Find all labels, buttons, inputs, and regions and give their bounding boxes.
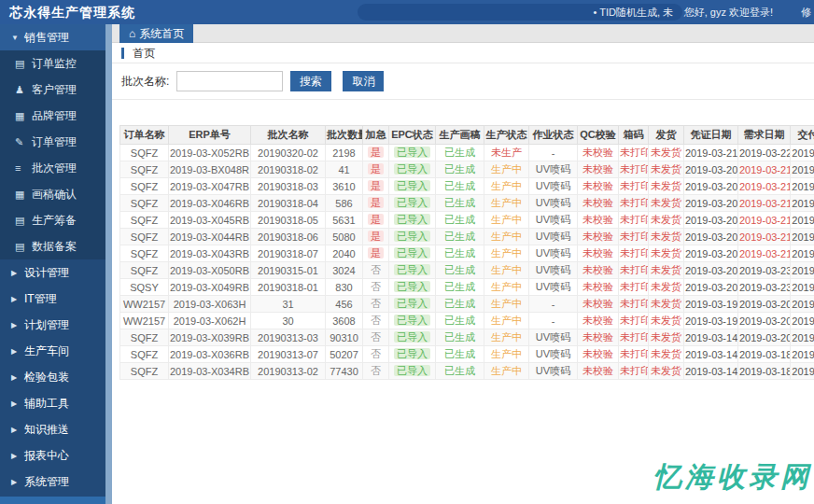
table-cell: 2019-03-21 <box>684 145 738 161</box>
table-row[interactable]: WW21572019-03-X062H303608否已导入已生成生产中-未校验未… <box>120 313 814 329</box>
table-cell: 已导入 <box>389 279 436 296</box>
table-cell: 生产中 <box>484 296 529 313</box>
status-badge: 已导入 <box>394 147 430 158</box>
table-cell: 生产中 <box>484 161 529 178</box>
table-cell: 2019-03-X052RB <box>169 145 251 161</box>
table-row[interactable]: SQFZ2019-03-X050RB20190315-013024否已导入已生成… <box>120 262 814 279</box>
sidebar-item-品牌管理[interactable]: ▦品牌管理 <box>0 103 105 129</box>
table-cell: 未校验 <box>578 245 619 262</box>
sidebar-group-生产车间[interactable]: ▶生产车间 <box>0 338 105 364</box>
search-button[interactable]: 搜索 <box>290 71 331 91</box>
sidebar-item-数据备案[interactable]: ▤数据备案 <box>0 233 105 259</box>
table-cell: 2019-03-21 <box>791 245 814 262</box>
sidebar-scrollbar[interactable] <box>105 24 112 504</box>
table-cell: 未发货 <box>649 161 684 178</box>
column-header: 订单名称 <box>120 126 169 145</box>
table-row[interactable]: SQFZ2019-03-X039RB20190313-0390310否已导入已生… <box>120 329 814 346</box>
sidebar-item-生产筹备[interactable]: ▤生产筹备 <box>0 207 105 233</box>
table-row[interactable]: SQFZ2019-03-X047RB20190318-033610是已导入已生成… <box>120 178 814 195</box>
sidebar-group-报表中心[interactable]: ▶报表中心 <box>0 442 105 469</box>
table-cell: 已生成 <box>436 296 484 313</box>
table-cell: 未发货 <box>649 145 684 161</box>
table-cell: 否 <box>363 363 389 380</box>
sidebar-group-label: 辅助工具 <box>24 397 69 410</box>
table-cell: 已导入 <box>389 262 436 279</box>
table-cell: 未发货 <box>649 329 684 346</box>
column-header: EPC状态 <box>389 126 436 145</box>
table-cell: 2019-03-20 <box>791 296 814 313</box>
sidebar-group-销售管理[interactable]: ▼销售管理 <box>0 24 105 50</box>
status-badge: 已导入 <box>394 331 430 343</box>
table-cell: 456 <box>326 296 363 313</box>
sidebar-item-订单监控[interactable]: ▤订单监控 <box>0 50 105 77</box>
table-cell: 2019-03-21 <box>738 212 791 229</box>
table-cell: 20190318-01 <box>251 279 326 296</box>
table-cell: 已导入 <box>389 313 436 329</box>
table-cell: 是 <box>363 229 389 245</box>
sidebar-group-设计管理[interactable]: ▶设计管理 <box>0 259 105 286</box>
table-cell: 2019-03-20 <box>684 279 738 296</box>
table-cell: 未发货 <box>649 212 684 229</box>
profile-link[interactable]: 修 <box>801 0 811 24</box>
table-cell: 未校验 <box>578 329 619 346</box>
batch-name-input[interactable] <box>176 71 283 91</box>
table-cell: 2019-03-20 <box>738 329 791 346</box>
table-cell: 20190320-02 <box>251 145 326 161</box>
table-cell: 830 <box>326 279 363 296</box>
tab-system-home[interactable]: ⌂系统首页 <box>119 24 193 43</box>
batch-table: 订单名称ERP单号批次名称批次数量加急EPC状态生产画稿生产状态作业状态QC校验… <box>119 125 814 380</box>
table-cell: 生产中 <box>484 245 529 262</box>
main-content: ⌂系统首页 首页 批次名称: 搜索 取消 订单名称ERP单号批次名称批次数量加急… <box>112 24 814 504</box>
table-row[interactable]: SQFZ2019-03-X036RB20190313-0750207否已导入已生… <box>120 346 814 363</box>
table-row[interactable]: SQFZ2019-03-X045RB20190318-055631是已导入已生成… <box>120 212 814 229</box>
table-row[interactable]: SQFZ2019-03-X044RB20190318-065080是已导入已生成… <box>120 229 814 245</box>
table-cell: 未校验 <box>578 279 619 296</box>
table-cell: 未校验 <box>578 313 619 329</box>
column-header: 作业状态 <box>529 126 578 145</box>
app-title: 芯永得生产管理系统 <box>9 0 135 24</box>
table-cell: 2019-03-X050RB <box>169 262 251 279</box>
cancel-button[interactable]: 取消 <box>343 71 384 91</box>
table-row[interactable]: SQFZ2019-03-X034RB20190313-0277430否已导入已生… <box>120 363 814 380</box>
sidebar-item-订单管理[interactable]: ✎订单管理 <box>0 129 105 155</box>
chevron-right-icon: ▶ <box>11 417 24 443</box>
sidebar-group-计划管理[interactable]: ▶计划管理 <box>0 312 105 338</box>
table-row[interactable]: WW21572019-03-X063H31456否已导入已生成生产中-未校验未打… <box>120 296 814 313</box>
sidebar-item-label: 订单监控 <box>32 57 77 70</box>
sidebar-group-检验包装[interactable]: ▶检验包装 <box>0 364 105 390</box>
table-cell: 未发货 <box>649 363 684 380</box>
table-cell: 是 <box>363 161 389 178</box>
table-cell: 90310 <box>326 329 363 346</box>
sidebar-group-label: 报表中心 <box>24 449 69 462</box>
table-row[interactable]: SQSY2019-03-X049RB20190318-01830否已导入已生成生… <box>120 279 814 296</box>
sidebar-item-客户管理[interactable]: ♟客户管理 <box>0 77 105 103</box>
table-cell: 已导入 <box>389 195 436 212</box>
table-row[interactable]: SQFZ2019-03-X043RB20190318-072040是已导入已生成… <box>120 245 814 262</box>
table-cell: 3608 <box>326 313 363 329</box>
table-row[interactable]: SQFZ2019-03-X046RB20190318-04586是已导入已生成生… <box>120 195 814 212</box>
sidebar-group-IT管理[interactable]: ▶IT管理 <box>0 286 105 312</box>
sidebar-group-label: IT管理 <box>24 292 57 305</box>
table-cell: 未校验 <box>578 229 619 245</box>
home-icon: ⌂ <box>129 27 135 40</box>
column-header: QC校验 <box>578 126 619 145</box>
sidebar-group-辅助工具[interactable]: ▶辅助工具 <box>0 390 105 416</box>
table-row[interactable]: SQFZ2019-03-BX048R20190318-0241是已导入已生成生产… <box>120 161 814 178</box>
sidebar-item-label: 批次管理 <box>32 161 77 175</box>
table-cell: 生产中 <box>484 363 529 380</box>
table-cell: 2019-03-20 <box>684 212 738 229</box>
table-row[interactable]: SQFZ2019-03-X052RB20190320-022198是已导入已生成… <box>120 145 814 161</box>
table-cell: 5631 <box>326 212 363 229</box>
table-cell: 2019-03-21 <box>738 161 791 178</box>
table-cell: UV喷码 <box>529 329 578 346</box>
table-cell: SQSY <box>120 279 169 296</box>
sidebar-item-批次管理[interactable]: ≡批次管理 <box>0 155 105 181</box>
table-cell: 未发货 <box>649 178 684 195</box>
table-cell: 未打印 <box>619 245 649 262</box>
sidebar-group-系统管理[interactable]: ▶系统管理 <box>0 469 105 495</box>
table-cell: 已生成 <box>436 229 484 245</box>
sidebar-group-知识推送[interactable]: ▶知识推送 <box>0 416 105 442</box>
chevron-right-icon: ▶ <box>11 260 24 287</box>
table-cell: SQFZ <box>120 346 169 363</box>
sidebar-item-画稿确认[interactable]: ▦画稿确认 <box>0 181 105 207</box>
